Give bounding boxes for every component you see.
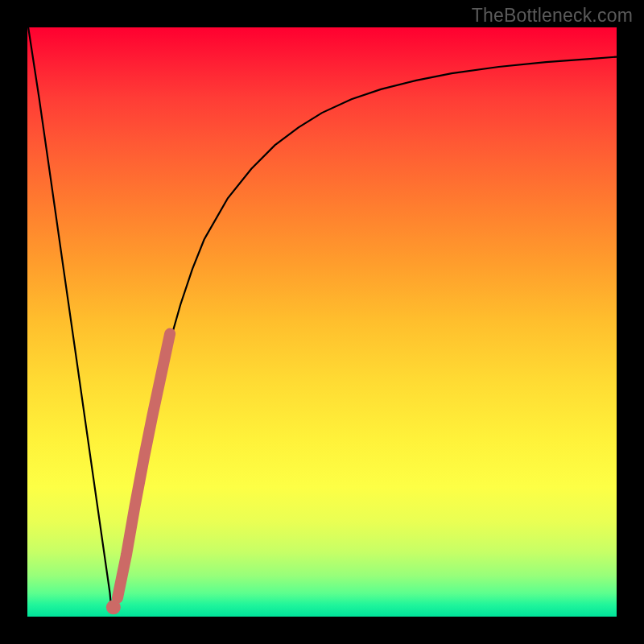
bottleneck-curve xyxy=(27,27,617,611)
highlight-segment xyxy=(118,334,170,598)
plot-area xyxy=(27,27,617,617)
curve-group xyxy=(27,27,617,614)
highlight-dot xyxy=(106,600,121,614)
chart-svg xyxy=(27,27,617,617)
watermark-text: TheBottleneck.com xyxy=(472,5,633,27)
chart-frame: TheBottleneck.com xyxy=(0,0,644,644)
